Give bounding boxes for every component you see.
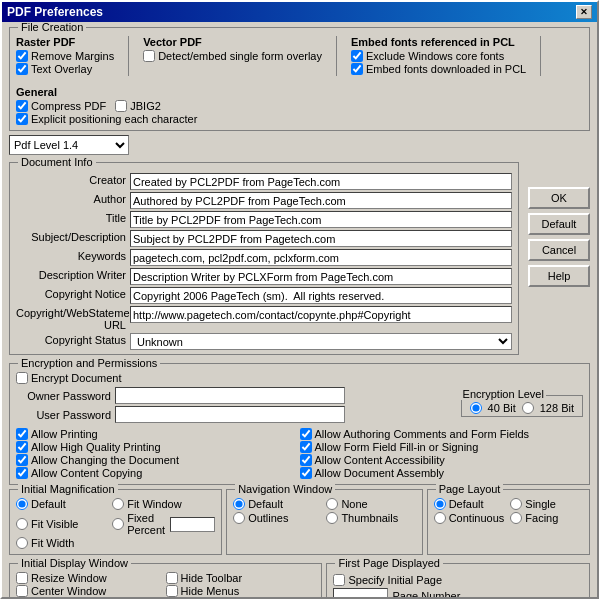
mag-fixed-pct-radio[interactable] <box>112 518 124 530</box>
nav-thumbnails-radio[interactable] <box>326 512 338 524</box>
resize-window-label: Resize Window <box>31 572 107 584</box>
user-password-label: User Password <box>16 409 111 421</box>
remove-margins-label: Remove Margins <box>31 50 114 62</box>
enc-40bit-radio[interactable] <box>470 402 482 414</box>
center-window-row: Center Window <box>16 585 144 597</box>
pl-facing-radio[interactable] <box>510 512 522 524</box>
creator-input[interactable] <box>130 173 512 190</box>
allow-content-access-checkbox[interactable] <box>300 454 312 466</box>
first-page-group: First Page Displayed Specify Initial Pag… <box>326 563 590 597</box>
vector-title: Vector PDF <box>143 36 322 48</box>
copyright-notice-input[interactable] <box>130 287 512 304</box>
bottom-section: Initial Magnification Default Fit Window… <box>9 489 590 559</box>
allow-doc-assembly-checkbox[interactable] <box>300 467 312 479</box>
allow-form-fill-label: Allow Form Field Fill-in or Signing <box>315 441 479 453</box>
nav-thumbnails-row: Thumbnails <box>326 512 415 524</box>
text-overlay-checkbox[interactable] <box>16 63 28 75</box>
pdf-level-select[interactable]: Pdf Level 1.4 <box>9 135 129 155</box>
mag-fit-visible-label: Fit Visible <box>31 518 78 530</box>
allow-changing-checkbox[interactable] <box>16 454 28 466</box>
user-password-row: User Password <box>16 406 451 423</box>
specify-initial-page-checkbox[interactable] <box>333 574 345 586</box>
cancel-button[interactable]: Cancel <box>528 239 590 261</box>
author-input[interactable] <box>130 192 512 209</box>
copyright-status-select[interactable]: Unknown <box>130 333 512 350</box>
exclude-windows-label: Exclude Windows core fonts <box>366 50 504 62</box>
first-page-inner: Specify Initial Page Page Number <box>333 574 583 597</box>
title-input[interactable] <box>130 211 512 228</box>
mag-fit-width-radio[interactable] <box>16 537 28 549</box>
nav-outlines-label: Outlines <box>248 512 288 524</box>
remove-margins-row: Remove Margins <box>16 50 114 62</box>
close-button[interactable]: ✕ <box>576 5 592 19</box>
jbig2-checkbox[interactable] <box>115 100 127 112</box>
detect-embed-checkbox[interactable] <box>143 50 155 62</box>
mag-default-radio[interactable] <box>16 498 28 510</box>
nav-none-row: None <box>326 498 415 510</box>
allow-printing-checkbox[interactable] <box>16 428 28 440</box>
exclude-windows-checkbox[interactable] <box>351 50 363 62</box>
explicit-positioning-checkbox[interactable] <box>16 113 28 125</box>
center-window-label: Center Window <box>31 585 106 597</box>
compress-pdf-checkbox[interactable] <box>16 100 28 112</box>
desc-writer-input[interactable] <box>130 268 512 285</box>
page-number-input[interactable] <box>333 588 388 597</box>
encrypt-doc-checkbox[interactable] <box>16 372 28 384</box>
hide-menus-row: Hide Menus <box>166 585 280 597</box>
enc-128bit-label: 128 Bit <box>540 402 574 414</box>
nav-none-radio[interactable] <box>326 498 338 510</box>
hide-menus-checkbox[interactable] <box>166 585 178 597</box>
mag-fit-window-radio[interactable] <box>112 498 124 510</box>
ok-button[interactable]: OK <box>528 187 590 209</box>
remove-margins-checkbox[interactable] <box>16 50 28 62</box>
pl-default-radio[interactable] <box>434 498 446 510</box>
display-options-left: Resize Window Center Window Display Docu… <box>16 572 144 597</box>
navigation-window-group: Navigation Window Default None Outlines <box>226 489 423 555</box>
author-label: Author <box>16 192 126 209</box>
mag-fit-visible-radio[interactable] <box>16 518 28 530</box>
jbig2-label: JBIG2 <box>130 100 161 112</box>
text-overlay-row: Text Overlay <box>16 63 114 75</box>
allow-form-fill-checkbox[interactable] <box>300 441 312 453</box>
default-button[interactable]: Default <box>528 213 590 235</box>
nav-outlines-radio[interactable] <box>233 512 245 524</box>
copyright-url-input[interactable] <box>130 306 512 323</box>
divider1 <box>128 36 129 76</box>
pl-single-radio[interactable] <box>510 498 522 510</box>
center-window-checkbox[interactable] <box>16 585 28 597</box>
explicit-positioning-row: Explicit positioning each character <box>16 113 197 125</box>
magnification-label: Initial Magnification <box>18 483 118 495</box>
title-bar-text: PDF Preferences <box>7 5 103 19</box>
allow-form-fill-row: Allow Form Field Fill-in or Signing <box>300 441 584 453</box>
subject-input[interactable] <box>130 230 512 247</box>
owner-password-label: Owner Password <box>16 390 111 402</box>
keywords-input[interactable] <box>130 249 512 266</box>
specify-initial-page-row: Specify Initial Page <box>333 574 583 586</box>
hide-toolbar-checkbox[interactable] <box>166 572 178 584</box>
title-label: Title <box>16 211 126 228</box>
fixed-percent-input[interactable] <box>170 517 215 532</box>
allow-hq-printing-checkbox[interactable] <box>16 441 28 453</box>
allow-content-access-row: Allow Content Accessibility <box>300 454 584 466</box>
resize-window-checkbox[interactable] <box>16 572 28 584</box>
help-button[interactable]: Help <box>528 265 590 287</box>
user-password-input[interactable] <box>115 406 345 423</box>
raster-title: Raster PDF <box>16 36 114 48</box>
nav-outlines-row: Outlines <box>233 512 322 524</box>
owner-password-input[interactable] <box>115 387 345 404</box>
enc-128bit-radio[interactable] <box>522 402 534 414</box>
allow-authoring-checkbox[interactable] <box>300 428 312 440</box>
nav-default-radio[interactable] <box>233 498 245 510</box>
pl-continuous-radio[interactable] <box>434 512 446 524</box>
allow-content-copying-checkbox[interactable] <box>16 467 28 479</box>
allow-doc-assembly-label: Allow Document Assembly <box>315 467 445 479</box>
display-window-group: Initial Display Window Resize Window Cen… <box>9 563 322 597</box>
embed-downloaded-checkbox[interactable] <box>351 63 363 75</box>
pl-default-label: Default <box>449 498 484 510</box>
encryption-group: Encryption and Permissions Encrypt Docum… <box>9 363 590 485</box>
hide-toolbar-label: Hide Toolbar <box>181 572 243 584</box>
allow-hq-printing-row: Allow High Quality Printing <box>16 441 300 453</box>
encryption-level-wrapper: Encryption Level 40 Bit 128 Bit <box>455 395 583 417</box>
hide-toolbar-row: Hide Toolbar <box>166 572 280 584</box>
keywords-label: Keywords <box>16 249 126 266</box>
